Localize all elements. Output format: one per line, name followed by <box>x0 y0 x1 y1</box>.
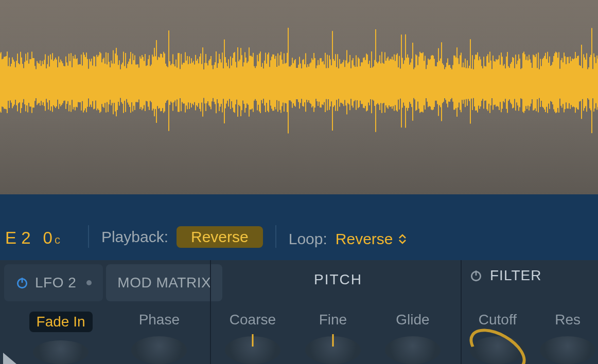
playback-label: Playback: <box>101 228 168 246</box>
tab-mod-matrix-label: MOD MATRIX <box>117 275 211 291</box>
separator <box>275 225 276 248</box>
coarse-knob[interactable] <box>225 336 280 364</box>
loop-label: Loop: <box>289 230 327 248</box>
root-note-readout[interactable]: E 2 <box>5 228 31 248</box>
phase-knob[interactable] <box>131 336 187 364</box>
cents-unit: c <box>55 233 60 246</box>
cutoff-knob-label: Cutoff <box>479 312 517 328</box>
power-icon[interactable] <box>469 269 483 282</box>
module-strip: LFO 2 MOD MATRIX PITCH FILTER Fade In Ph… <box>0 260 598 364</box>
glide-knob[interactable] <box>385 336 441 364</box>
waveform-display[interactable] <box>0 0 598 194</box>
fine-knob[interactable] <box>305 336 361 364</box>
filter-section-title: FILTER <box>490 267 541 284</box>
playback-reverse-button[interactable]: Reverse <box>177 226 263 248</box>
cutoff-knob[interactable] <box>470 336 525 364</box>
tab-lfo2[interactable]: LFO 2 <box>4 264 103 301</box>
fine-knob-label: Fine <box>319 312 347 328</box>
fade-in-knob-label[interactable]: Fade In <box>29 312 93 332</box>
glide-knob-label: Glide <box>396 312 429 328</box>
coarse-knob-label: Coarse <box>230 312 276 328</box>
loop-mode-dropdown[interactable]: Reverse <box>336 230 407 248</box>
pitch-section-title: PITCH <box>314 271 362 288</box>
phase-knob-label: Phase <box>139 312 180 328</box>
tab-lfo2-label: LFO 2 <box>35 275 76 291</box>
resize-handle-icon[interactable] <box>3 353 16 364</box>
resonance-knob[interactable] <box>540 336 595 364</box>
separator <box>88 225 89 248</box>
tab-mod-matrix[interactable]: MOD MATRIX <box>106 264 222 301</box>
power-icon[interactable] <box>15 276 29 289</box>
loop-mode-value: Reverse <box>336 230 393 248</box>
activity-dot-icon <box>86 280 92 285</box>
resonance-knob-label: Res <box>555 312 581 328</box>
fade-in-knob[interactable] <box>33 340 89 364</box>
chevron-updown-icon <box>398 234 407 244</box>
tune-cents-value[interactable]: 0 <box>43 228 52 247</box>
sample-bar: E 2 0c Playback: Reverse Loop: Reverse <box>0 194 598 260</box>
